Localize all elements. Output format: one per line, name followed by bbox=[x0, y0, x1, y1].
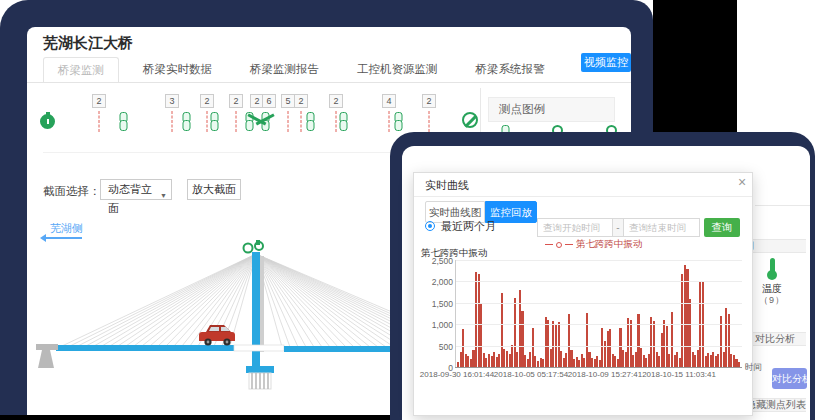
x-axis bbox=[455, 367, 742, 368]
query-start-input[interactable] bbox=[537, 218, 613, 237]
sensor-count-badge: 4 bbox=[382, 94, 396, 108]
section-select-label: 截面选择： bbox=[43, 184, 101, 199]
gridline bbox=[456, 346, 742, 347]
temperature-count: （9） bbox=[758, 294, 786, 307]
temperature-icon[interactable] bbox=[766, 258, 778, 280]
x-tick-label: 2018-09-30 16:01:44 bbox=[420, 370, 494, 379]
enlarge-section-button[interactable]: 放大截面 bbox=[187, 179, 241, 200]
truss-sensor-icon[interactable] bbox=[245, 112, 254, 130]
sensor-count-badge: 2 bbox=[229, 94, 243, 108]
chain-sensor-icon[interactable] bbox=[210, 112, 219, 130]
x-tick-label: 2018-10-09 15:27:41 bbox=[568, 370, 642, 379]
sensor-count-badge: 2 bbox=[329, 94, 343, 108]
front-panel-divider bbox=[755, 205, 810, 206]
y-tick-label: 500 bbox=[420, 342, 453, 352]
legend-panel-header: 测点图例 bbox=[488, 97, 615, 122]
sensor-count-badge: 2 bbox=[250, 94, 264, 108]
compare-analysis-button[interactable]: 对比分析 bbox=[772, 368, 807, 389]
y-tick-label: 2,000 bbox=[420, 277, 453, 287]
tab-2[interactable]: 桥梁监测报告 bbox=[236, 57, 333, 83]
sensor-dashed-line bbox=[207, 111, 208, 132]
sensor-count-badge: 6 bbox=[262, 94, 276, 108]
legend-line-icon bbox=[545, 244, 553, 246]
x-axis-unit: 时间 bbox=[745, 362, 762, 374]
sensor-dashed-line bbox=[172, 111, 173, 132]
tower-top-sensor-icons bbox=[244, 240, 264, 253]
video-monitor-button[interactable]: 视频监控 bbox=[581, 53, 631, 72]
chain-sensor-icon[interactable] bbox=[182, 112, 191, 130]
no-entry-sensor-icon[interactable] bbox=[462, 112, 478, 128]
dialog-divider bbox=[414, 196, 752, 197]
left-arrow-icon bbox=[42, 237, 82, 239]
x-tick-label: 2018-10-05 05:17:54 bbox=[494, 370, 568, 379]
sensor-count-badge: 2 bbox=[200, 94, 214, 108]
x-tick-label: 2018-10-15 11:03:41 bbox=[642, 370, 716, 379]
background-black-area bbox=[653, 0, 737, 137]
chain-sensor-icon[interactable] bbox=[339, 112, 348, 130]
sensor-count-badge: 2 bbox=[294, 94, 308, 108]
y-axis bbox=[455, 260, 456, 368]
chain-sensor-icon[interactable] bbox=[119, 112, 128, 130]
tab-underline bbox=[27, 82, 631, 83]
y-tick-label: 1,000 bbox=[420, 320, 453, 330]
truss-sensor-bar bbox=[248, 113, 267, 125]
clock-sensor-icon[interactable] bbox=[40, 114, 55, 129]
chain-sensor-icon[interactable] bbox=[394, 112, 403, 130]
tab-0[interactable]: 桥梁监测 bbox=[43, 57, 119, 83]
sensor-dashed-line bbox=[301, 111, 302, 132]
legend-line-icon bbox=[565, 244, 573, 246]
compare-header: 对比分析 bbox=[755, 333, 795, 345]
y-tick-label: 1,500 bbox=[420, 299, 453, 309]
section-select-dropdown[interactable]: 动态背立面 bbox=[100, 179, 172, 200]
page-title: 芜湖长江大桥 bbox=[43, 34, 133, 53]
sensor-dashed-line bbox=[336, 111, 337, 132]
sensor-dashed-line bbox=[389, 111, 390, 132]
dialog-title: 实时曲线 bbox=[425, 178, 469, 193]
gridline bbox=[456, 281, 742, 282]
sensor-dashed-line bbox=[99, 111, 100, 132]
chart-legend[interactable]: 第七跨跨中振动 bbox=[545, 238, 643, 251]
tab-3[interactable]: 工控机资源监测 bbox=[343, 57, 452, 83]
sensor-count-badge: 2 bbox=[422, 94, 436, 108]
background-bottom-strip bbox=[0, 415, 402, 420]
gridline bbox=[456, 303, 742, 304]
truss-sensor-icon[interactable] bbox=[261, 112, 270, 130]
truss-sensor-bar bbox=[256, 113, 275, 125]
sensor-dashed-line bbox=[429, 111, 430, 132]
search-button[interactable]: 查询 bbox=[704, 218, 740, 237]
screenshot-stage: 芜湖长江大桥 桥梁监测桥梁实时数据桥梁监测报告工控机资源监测桥梁系统报警 视频监… bbox=[0, 0, 815, 420]
range-separator: - bbox=[613, 218, 623, 237]
tab-1[interactable]: 桥梁实时数据 bbox=[129, 57, 226, 83]
tab-4[interactable]: 桥梁系统报警 bbox=[462, 57, 559, 83]
query-end-input[interactable] bbox=[623, 218, 700, 237]
sensor-count-badge: 5 bbox=[281, 94, 295, 108]
legend-label: 第七跨跨中振动 bbox=[576, 238, 643, 251]
section-select-value: 动态背立面 bbox=[108, 183, 152, 214]
sensor-dashed-line bbox=[236, 111, 237, 132]
legend-circle-icon bbox=[556, 242, 562, 248]
sensor-count-badge: 2 bbox=[92, 94, 106, 108]
close-icon[interactable]: × bbox=[738, 174, 746, 190]
last-two-months-radio[interactable] bbox=[425, 221, 435, 231]
last-two-months-label: 最近两个月 bbox=[441, 219, 496, 234]
chart-bars bbox=[457, 260, 741, 367]
point-list-header: 隐藏测点列表 bbox=[746, 399, 806, 411]
gridline bbox=[456, 260, 742, 261]
car-image bbox=[199, 325, 235, 346]
sensor-dashed-line bbox=[288, 111, 289, 132]
chain-sensor-icon[interactable] bbox=[306, 112, 315, 130]
gridline bbox=[456, 324, 742, 325]
bridge-side-label: 芜湖侧 bbox=[50, 221, 83, 236]
sensor-count-badge: 3 bbox=[165, 94, 179, 108]
y-tick-label: 2,500 bbox=[420, 256, 453, 266]
tab-bar: 桥梁监测桥梁实时数据桥梁监测报告工控机资源监测桥梁系统报警 bbox=[43, 57, 569, 83]
